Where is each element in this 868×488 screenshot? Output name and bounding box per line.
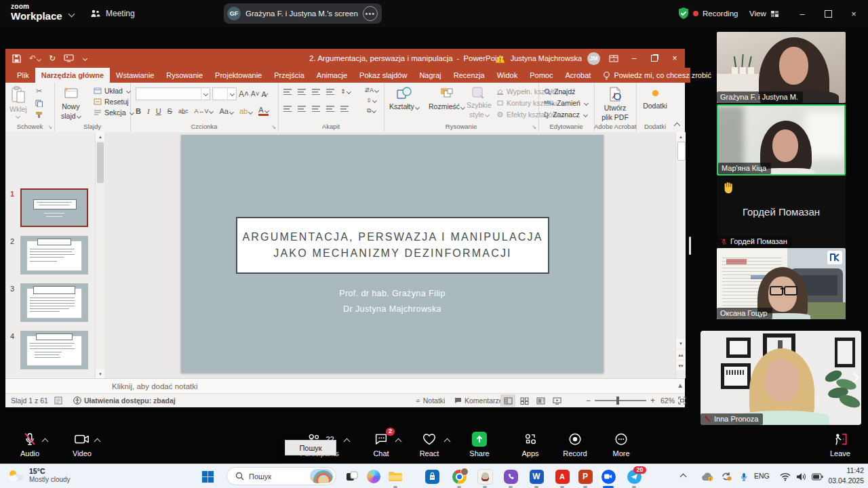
participant-tile-oksana[interactable]: Оксана Гоцур xyxy=(717,248,846,319)
editor-scrollbar[interactable]: ▴ ▾ ▴▴ ▾▾ xyxy=(675,132,686,378)
next-slide-icon[interactable]: ▾▾ xyxy=(676,361,686,370)
slide-thumbnail-4[interactable] xyxy=(20,331,88,369)
redo-icon[interactable]: ↻ xyxy=(49,54,56,63)
window-minimize-button[interactable]: – xyxy=(791,0,814,27)
record-button[interactable]: Record xyxy=(555,432,595,458)
chrome-button[interactable] xyxy=(450,468,468,485)
collapse-ribbon-icon[interactable] xyxy=(674,123,681,129)
smartart-convert-icon[interactable]: ⧉ xyxy=(364,107,378,115)
weather-widget[interactable]: 15°C Mostly cloudy xyxy=(7,467,71,485)
justify-icon[interactable] xyxy=(326,106,334,112)
clock[interactable]: 11:42 03.04.2025 xyxy=(826,466,864,485)
decrease-indent-icon[interactable] xyxy=(312,89,320,95)
reset-button[interactable]: Resetuj xyxy=(94,98,134,106)
align-text-icon[interactable]: ⇳ xyxy=(364,97,378,104)
strikethrough-button[interactable]: S xyxy=(167,107,172,115)
viber-button[interactable] xyxy=(502,468,519,485)
find-button[interactable]: Znajdź xyxy=(544,87,588,96)
view-button[interactable]: View xyxy=(749,0,779,27)
panel-resize-handle[interactable] xyxy=(689,237,691,255)
chat-button[interactable]: 2 Chat xyxy=(361,432,401,458)
zoom-in-icon[interactable]: + xyxy=(650,396,655,405)
zoom-slider[interactable] xyxy=(595,400,646,401)
font-color-icon[interactable]: A xyxy=(258,106,268,116)
cut-icon[interactable]: ✂ xyxy=(36,87,42,96)
slide-sorter-view-button[interactable] xyxy=(517,394,532,407)
font-dialog-launcher-icon[interactable]: ↘ xyxy=(271,124,276,130)
microsoft-store-button[interactable] xyxy=(423,468,441,485)
word-button[interactable]: W xyxy=(528,468,545,485)
reading-view-button[interactable] xyxy=(533,394,548,407)
security-shield-icon[interactable] xyxy=(677,7,690,20)
editor-scroll-up-icon[interactable]: ▴ xyxy=(676,132,686,141)
battery-tray-icon[interactable] xyxy=(808,468,826,485)
task-view-button[interactable] xyxy=(343,468,361,485)
highlight-color-icon[interactable]: ab xyxy=(239,107,252,115)
more-button[interactable]: More xyxy=(601,432,642,458)
tab-pomoc[interactable]: Pomoc xyxy=(524,68,559,83)
text-direction-icon[interactable]: ⇵A xyxy=(364,87,378,94)
tab-plik[interactable]: Plik xyxy=(11,68,35,83)
audio-button[interactable]: Audio xyxy=(9,432,50,458)
slide-title-box[interactable]: ARGUMENTACJA, PERSWAZJA I MANIPULACJA JA… xyxy=(236,217,549,274)
ppt-minimize-button[interactable]: – xyxy=(624,49,644,68)
comments-toggle[interactable]: Komentarze xyxy=(454,394,503,407)
text-shadow-icon[interactable]: ab̲c xyxy=(178,108,189,115)
new-slide-button[interactable]: ✦ Nowy slajd xyxy=(61,86,81,120)
qat-customize-icon[interactable] xyxy=(83,56,87,60)
tab-rysowanie[interactable]: Rysowanie xyxy=(160,68,209,83)
normal-view-button[interactable] xyxy=(500,394,515,407)
ppt-restore-button[interactable] xyxy=(644,49,665,68)
onedrive-tray-button[interactable]: ! xyxy=(698,468,716,485)
create-pdf-button[interactable]: Utwórz plik PDF xyxy=(599,86,631,121)
notes-status-icon[interactable] xyxy=(54,394,62,407)
file-explorer-button[interactable] xyxy=(387,468,404,485)
powerpoint-button[interactable]: P xyxy=(576,468,594,485)
drawing-dialog-launcher-icon[interactable]: ↘ xyxy=(532,124,536,130)
line-spacing-icon[interactable]: ⇕ xyxy=(340,88,351,95)
addins-button[interactable]: Dodatki xyxy=(642,86,669,110)
decrease-font-icon[interactable]: A˅ xyxy=(251,90,260,98)
zoom-out-icon[interactable]: − xyxy=(586,396,591,405)
participant-tile-maryana[interactable]: Мар'яна Кіца xyxy=(717,104,846,176)
editor-scroll-thumb[interactable] xyxy=(677,142,686,161)
copy-icon[interactable] xyxy=(35,100,43,107)
font-name-combo[interactable] xyxy=(136,87,210,100)
italic-button[interactable]: I xyxy=(147,107,150,115)
start-presentation-icon[interactable] xyxy=(64,54,74,62)
taskbar-search-box[interactable]: Пошук xyxy=(226,467,336,485)
video-button[interactable]: Video xyxy=(62,432,102,458)
clipboard-dialog-launcher-icon[interactable]: ↘ xyxy=(47,124,52,130)
slide-canvas[interactable]: ARGUMENTACJA, PERSWAZJA I MANIPULACJA JA… xyxy=(181,135,604,373)
tab-wstawianie[interactable]: Wstawianie xyxy=(110,68,160,83)
tab-projektowanie[interactable]: Projektowanie xyxy=(209,68,268,83)
window-close-button[interactable]: × xyxy=(842,0,865,27)
quick-styles-button[interactable]: Szybkie style xyxy=(467,86,492,119)
thumb-scroll-thumb[interactable] xyxy=(97,142,104,183)
slide-thumbnail-1[interactable] xyxy=(20,188,88,227)
zoom-app-button[interactable] xyxy=(599,468,617,485)
char-spacing-icon[interactable]: A↔V xyxy=(194,108,213,115)
thumb-scroll-up-icon[interactable]: ▴ xyxy=(96,132,105,141)
columns-icon[interactable] xyxy=(340,106,349,112)
apps-button[interactable]: Apps xyxy=(510,432,551,458)
layout-button[interactable]: Układ xyxy=(94,87,134,95)
tab-przejscia[interactable]: Przejścia xyxy=(268,68,311,83)
align-left-icon[interactable] xyxy=(283,106,292,112)
tab-pokaz-slajdow[interactable]: Pokaz slajdów xyxy=(353,68,413,83)
tab-nagraj[interactable]: Nagraj xyxy=(413,68,447,83)
font-size-combo[interactable] xyxy=(212,87,237,100)
accessibility-checker[interactable]: Ułatwienia dostępu: zbadaj xyxy=(73,394,176,407)
mic-tray-button[interactable] xyxy=(735,468,753,485)
share-options-icon[interactable]: ••• xyxy=(363,6,378,21)
numbering-icon[interactable] xyxy=(298,89,306,95)
increase-font-icon[interactable]: A˄ xyxy=(239,89,249,99)
workspace-menu-chevron-icon[interactable] xyxy=(68,11,75,18)
sync-tray-button[interactable] xyxy=(717,468,735,485)
underline-button[interactable]: U xyxy=(156,107,161,115)
thumbnail-scrollbar[interactable]: ▴ ▾ xyxy=(95,132,105,378)
increase-indent-icon[interactable] xyxy=(326,89,334,95)
leave-button[interactable]: Leave xyxy=(820,432,861,458)
share-button[interactable]: Share xyxy=(459,432,500,458)
align-center-icon[interactable] xyxy=(298,106,306,112)
